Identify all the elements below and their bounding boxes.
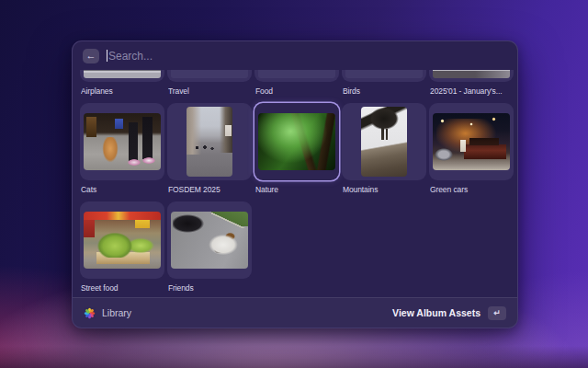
back-button[interactable]: ← — [83, 49, 99, 63]
album-thumb-fosdem — [187, 107, 232, 177]
album-thumb-mountains — [361, 107, 407, 177]
library-label: Library — [102, 307, 131, 318]
album-grid[interactable]: Airplanes Travel Food Birds 2025'01 - Ja… — [73, 70, 517, 299]
search-field-area — [107, 50, 507, 63]
album-cell-green-cars[interactable]: Green cars — [429, 103, 514, 201]
thumb-strip — [84, 70, 161, 78]
album-tile — [167, 201, 252, 279]
album-label: Green cars — [430, 185, 513, 194]
view-album-assets-label: View Album Assets — [392, 307, 481, 318]
album-thumb-nature — [258, 113, 335, 170]
album-thumb-2025-01 — [429, 70, 514, 82]
album-label: Mountains — [343, 185, 425, 194]
album-cell-friends[interactable]: Friends — [167, 201, 252, 299]
album-label: FOSDEM 2025 — [168, 185, 251, 194]
album-label: Birds — [343, 86, 425, 96]
album-tile — [80, 103, 164, 180]
photos-library-icon — [84, 307, 96, 319]
album-row-middle: Cats FOSDEM 2025 Nature Mountains Green … — [80, 103, 510, 201]
album-label: Travel — [168, 86, 251, 96]
footer-source: Library — [84, 307, 131, 319]
album-cell-birds[interactable]: Birds — [342, 70, 426, 103]
album-cell-cats[interactable]: Cats — [80, 103, 164, 201]
album-thumb-friends — [171, 212, 248, 269]
album-thumb-green-cars — [433, 113, 510, 170]
album-label: Friends — [168, 283, 251, 293]
album-label: Airplanes — [81, 86, 164, 96]
album-tile — [429, 103, 514, 180]
album-cell-travel[interactable]: Travel — [167, 70, 252, 103]
footer-bar: Library View Album Assets ↵ — [73, 297, 517, 328]
album-cell-airplanes[interactable]: Airplanes — [80, 70, 164, 103]
thumb-strip — [171, 70, 248, 78]
arrow-left-icon: ← — [86, 49, 96, 63]
album-thumb-food — [254, 70, 339, 82]
thumb-strip — [433, 70, 510, 78]
album-thumb-street-food — [84, 212, 161, 269]
return-key-icon: ↵ — [488, 306, 506, 320]
album-row-bottom: Street food Friends — [80, 201, 510, 299]
album-thumb-cats — [84, 113, 161, 170]
album-cell-food[interactable]: Food — [254, 70, 339, 103]
search-bar: ← — [73, 41, 517, 70]
desktop-wallpaper: ← Airplanes Travel Food — [0, 0, 588, 368]
album-label: Food — [255, 86, 338, 96]
album-label: Cats — [81, 185, 164, 194]
album-label: 2025'01 - January's... — [430, 86, 513, 96]
album-cell-nature[interactable]: Nature — [254, 103, 339, 201]
thumb-strip — [345, 70, 423, 78]
album-thumb-travel — [167, 70, 252, 82]
album-tile — [80, 201, 164, 279]
album-tile-selected — [254, 103, 339, 180]
album-cell-fosdem-2025[interactable]: FOSDEM 2025 — [167, 103, 252, 201]
text-caret — [107, 50, 107, 62]
album-search-window: ← Airplanes Travel Food — [72, 40, 518, 328]
album-tile — [167, 103, 252, 180]
album-cell-street-food[interactable]: Street food — [80, 201, 164, 299]
album-cell-2025-01[interactable]: 2025'01 - January's... — [429, 70, 514, 103]
view-album-assets-action[interactable]: View Album Assets ↵ — [392, 306, 506, 320]
thumb-strip — [258, 70, 335, 78]
album-row-top: Airplanes Travel Food Birds 2025'01 - Ja… — [80, 70, 510, 103]
search-input[interactable] — [108, 50, 507, 63]
album-label: Street food — [81, 283, 164, 293]
album-cell-mountains[interactable]: Mountains — [342, 103, 426, 201]
album-thumb-airplanes — [80, 70, 164, 82]
album-tile — [342, 103, 426, 180]
album-thumb-birds — [342, 70, 426, 82]
album-label: Nature — [255, 185, 338, 194]
